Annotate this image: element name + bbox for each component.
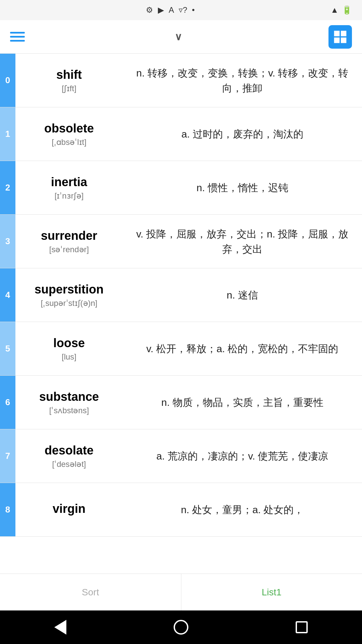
status-right: ▲ 🔋	[330, 5, 352, 15]
word-text: obsolete	[44, 121, 94, 136]
day-selector[interactable]: ∨	[171, 31, 182, 43]
word-row[interactable]: 8virginn. 处女，童男；a. 处女的，	[0, 483, 362, 537]
word-index: 5	[0, 322, 15, 375]
word-phonetic: [ʃɪft]	[62, 84, 76, 93]
word-text: desolate	[45, 443, 94, 458]
word-text: virgin	[53, 502, 85, 516]
dot-icon: •	[192, 5, 195, 15]
word-phonetic: [ˈdesələt]	[52, 460, 86, 469]
word-text: surrender	[41, 229, 97, 243]
top-nav: ∨	[0, 20, 362, 54]
word-index: 3	[0, 215, 15, 268]
status-icons: ⚙ ▶ A ▿? •	[146, 5, 195, 15]
svg-rect-2	[334, 37, 340, 43]
word-index: 2	[0, 161, 15, 214]
word-index: 0	[0, 54, 15, 107]
word-english: virgin	[15, 483, 123, 536]
word-phonetic: [ˈsʌbstəns]	[49, 406, 89, 415]
word-english: superstition[ˌsupərˈstɪʃ(ə)n]	[15, 268, 123, 322]
word-definition: n. 迷信	[123, 268, 362, 322]
word-phonetic: [səˈrendər]	[49, 245, 89, 254]
bottom-tab-list1[interactable]: List1	[181, 574, 362, 610]
word-row[interactable]: 7desolate[ˈdesələt]a. 荒凉的，凄凉的；v. 使荒芜，使凄凉	[0, 429, 362, 483]
recents-button[interactable]	[292, 617, 312, 637]
bottom-tab-sort[interactable]: Sort	[0, 574, 181, 610]
word-definition: n. 处女，童男；a. 处女的，	[123, 483, 362, 536]
word-phonetic: [ˌɑbsəˈlɪt]	[52, 138, 86, 147]
word-row[interactable]: 2inertia[ɪˈnɜrʃə]n. 惯性，惰性，迟钝	[0, 161, 362, 215]
word-list: 0shift[ʃɪft]n. 转移，改变，变换，转换；v. 转移，改变，转向，推…	[0, 54, 362, 574]
word-index: 1	[0, 107, 15, 161]
word-definition: n. 物质，物品，实质，主旨，重要性	[123, 376, 362, 429]
play-icon: ▶	[158, 5, 164, 15]
word-english: desolate[ˈdesələt]	[15, 429, 123, 483]
svg-rect-1	[341, 31, 347, 36]
word-english: substance[ˈsʌbstəns]	[15, 376, 123, 429]
word-english: obsolete[ˌɑbsəˈlɪt]	[15, 107, 123, 161]
word-definition: v. 松开，释放；a. 松的，宽松的，不牢固的	[123, 322, 362, 375]
wifi-icon: ▿?	[179, 5, 187, 15]
word-definition: n. 惯性，惰性，迟钝	[123, 161, 362, 214]
battery-icon: 🔋	[342, 5, 352, 15]
word-text: inertia	[51, 175, 87, 189]
word-definition: a. 过时的，废弃的，淘汰的	[123, 107, 362, 161]
home-button[interactable]	[171, 617, 191, 637]
word-text: substance	[39, 390, 99, 404]
word-phonetic: [ɪˈnɜrʃə]	[55, 191, 84, 201]
signal-icon: ▲	[330, 5, 339, 15]
word-index: 8	[0, 483, 15, 536]
word-row[interactable]: 6substance[ˈsʌbstəns]n. 物质，物品，实质，主旨，重要性	[0, 376, 362, 429]
tab-label: Sort	[82, 587, 99, 598]
svg-rect-3	[341, 37, 347, 43]
word-row[interactable]: 5loose[lus]v. 松开，释放；a. 松的，宽松的，不牢固的	[0, 322, 362, 376]
word-text: loose	[53, 336, 85, 350]
word-index: 7	[0, 429, 15, 483]
word-phonetic: [ˌsupərˈstɪʃ(ə)n]	[41, 299, 97, 308]
word-index: 6	[0, 376, 15, 429]
word-row[interactable]: 1obsolete[ˌɑbsəˈlɪt]a. 过时的，废弃的，淘汰的	[0, 107, 362, 161]
word-english: surrender[səˈrendər]	[15, 215, 123, 268]
view-toggle-button[interactable]	[328, 25, 352, 49]
font-icon: A	[169, 5, 174, 15]
word-text: superstition	[35, 282, 104, 297]
word-english: inertia[ɪˈnɜrʃə]	[15, 161, 123, 214]
word-row[interactable]: 3surrender[səˈrendər]v. 投降，屈服，放弃，交出；n. 投…	[0, 215, 362, 268]
word-english: loose[lus]	[15, 322, 123, 375]
word-english: shift[ʃɪft]	[15, 54, 123, 107]
status-bar: ⚙ ▶ A ▿? • ▲ 🔋	[0, 0, 362, 20]
word-phonetic: [lus]	[62, 352, 76, 362]
word-definition: n. 转移，改变，变换，转换；v. 转移，改变，转向，推卸	[123, 54, 362, 107]
chevron-down-icon: ∨	[175, 31, 182, 43]
bottom-tabs: SortList1	[0, 574, 362, 610]
gear-icon: ⚙	[146, 5, 153, 15]
word-definition: a. 荒凉的，凄凉的；v. 使荒芜，使凄凉	[123, 429, 362, 483]
word-row[interactable]: 4superstition[ˌsupərˈstɪʃ(ə)n]n. 迷信	[0, 268, 362, 322]
android-nav	[0, 610, 362, 644]
nav-center: ∨	[165, 31, 189, 43]
word-text: shift	[56, 68, 82, 82]
word-index: 4	[0, 268, 15, 322]
menu-button[interactable]	[10, 32, 25, 42]
word-definition: v. 投降，屈服，放弃，交出；n. 投降，屈服，放弃，交出	[123, 215, 362, 268]
svg-rect-0	[334, 31, 340, 36]
tab-label: List1	[262, 587, 282, 598]
word-row[interactable]: 0shift[ʃɪft]n. 转移，改变，变换，转换；v. 转移，改变，转向，推…	[0, 54, 362, 107]
back-button[interactable]	[50, 617, 70, 637]
